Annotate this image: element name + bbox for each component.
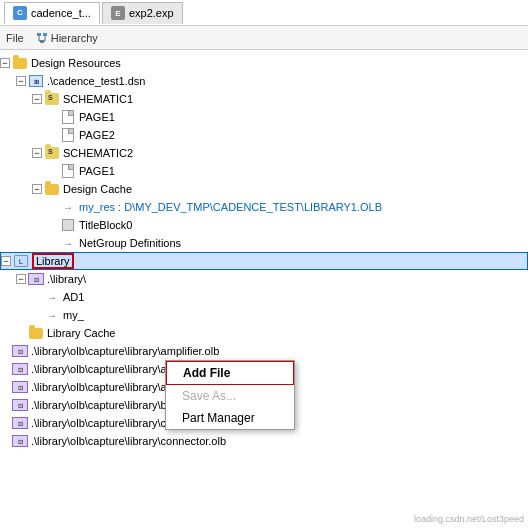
tree-node-library[interactable]: −LLibrary: [0, 252, 528, 270]
node-label-library-olb: .\library\: [47, 273, 86, 285]
tree-node-my_[interactable]: →my_: [0, 306, 528, 324]
olb-icon: ⊡: [28, 272, 44, 286]
exp2-tab-icon: E: [111, 6, 125, 20]
tree-node-page2-s1[interactable]: PAGE2: [0, 126, 528, 144]
svg-rect-0: [37, 33, 41, 36]
olb-icon: ⊡: [12, 398, 28, 412]
context-menu-item-add-file[interactable]: Add File: [166, 361, 294, 385]
tree-node-title-block0[interactable]: TitleBlock0: [0, 216, 528, 234]
schematic-icon: [44, 92, 60, 106]
arrow-icon: →: [44, 290, 60, 304]
node-label-title-block0: TitleBlock0: [79, 219, 132, 231]
arrow-icon: →: [60, 200, 76, 214]
olb-icon: ⊡: [12, 380, 28, 394]
tree-node-my-res[interactable]: →my_res : D\MY_DEV_TMP\CADENCE_TEST\LIBR…: [0, 198, 528, 216]
expand-btn-cadence-dsn[interactable]: −: [16, 76, 26, 86]
svg-rect-1: [43, 33, 47, 36]
node-label-page1-s2: PAGE1: [79, 165, 115, 177]
node-label-page2-s1: PAGE2: [79, 129, 115, 141]
toolbar-hierarchy-container[interactable]: Hierarchy: [36, 32, 98, 44]
tree-node-amplifier[interactable]: ⊡.\library\olb\capture\library\amplifier…: [0, 342, 528, 360]
context-menu: Add FileSave As...Part Manager: [165, 360, 295, 430]
arrow-icon: →: [60, 236, 76, 250]
node-label-cadence-dsn: .\cadence_test1.dsn: [47, 75, 145, 87]
page-icon: [60, 128, 76, 142]
context-menu-item-part-manager[interactable]: Part Manager: [166, 407, 294, 429]
node-label-netgroup: NetGroup Definitions: [79, 237, 181, 249]
node-label-design-cache: Design Cache: [63, 183, 132, 195]
exp2-tab-label: exp2.exp: [129, 7, 174, 19]
schematic-icon: [44, 146, 60, 160]
folder-icon: [28, 326, 44, 340]
tree-node-cadence-dsn[interactable]: −⊞.\cadence_test1.dsn: [0, 72, 528, 90]
expand-btn-schematic2[interactable]: −: [32, 148, 42, 158]
tree-node-schematic1[interactable]: −SCHEMATIC1: [0, 90, 528, 108]
tab-exp2[interactable]: E exp2.exp: [102, 2, 183, 24]
tree-node-page1-s1[interactable]: PAGE1: [0, 108, 528, 126]
toolbar-file[interactable]: File: [6, 32, 24, 44]
tree-node-connector[interactable]: ⊡.\library\olb\capture\library\connector…: [0, 432, 528, 450]
node-label-schematic1: SCHEMATIC1: [63, 93, 133, 105]
expand-btn-schematic1[interactable]: −: [32, 94, 42, 104]
node-label-page1-s1: PAGE1: [79, 111, 115, 123]
node-label-amplifier: .\library\olb\capture\library\amplifier.…: [31, 345, 219, 357]
page-icon: [60, 164, 76, 178]
tree-node-design-resources[interactable]: −Design Resources: [0, 54, 528, 72]
context-menu-item-save-as: Save As...: [166, 385, 294, 407]
expand-btn-library-olb[interactable]: −: [16, 274, 26, 284]
olb-icon: ⊡: [12, 416, 28, 430]
library-icon: L: [13, 254, 29, 268]
tree-node-page1-s2[interactable]: PAGE1: [0, 162, 528, 180]
olb-icon: ⊡: [12, 434, 28, 448]
dsn-icon: ⊞: [28, 74, 44, 88]
node-label-my_: my_: [63, 309, 84, 321]
node-label-connector: .\library\olb\capture\library\connector.…: [31, 435, 226, 447]
title-bar: C cadence_t... E exp2.exp: [0, 0, 528, 26]
page-icon: [60, 110, 76, 124]
watermark: loading.csdn.net/Lost3peed: [414, 514, 524, 524]
toolbar: File Hierarchy: [0, 26, 528, 50]
folder-icon: [12, 56, 28, 70]
expand-btn-library[interactable]: −: [1, 256, 11, 266]
tree-node-netgroup[interactable]: →NetGroup Definitions: [0, 234, 528, 252]
tree-node-design-cache[interactable]: −Design Cache: [0, 180, 528, 198]
main-content: −Design Resources−⊞.\cadence_test1.dsn−S…: [0, 50, 528, 528]
node-label-ad1: AD1: [63, 291, 84, 303]
node-label-schematic2: SCHEMATIC2: [63, 147, 133, 159]
tree-node-library-olb[interactable]: −⊡.\library\: [0, 270, 528, 288]
cadence-tab-label: cadence_t...: [31, 7, 91, 19]
expand-btn-design-cache[interactable]: −: [32, 184, 42, 194]
node-label-design-resources: Design Resources: [31, 57, 121, 69]
expand-btn-design-resources[interactable]: −: [0, 58, 10, 68]
folder-icon: [44, 182, 60, 196]
tree-node-ad1[interactable]: →AD1: [0, 288, 528, 306]
tree-node-lib-cache[interactable]: Library Cache: [0, 324, 528, 342]
olb-icon: ⊡: [12, 344, 28, 358]
tree-panel[interactable]: −Design Resources−⊞.\cadence_test1.dsn−S…: [0, 50, 528, 528]
olb-icon: ⊡: [12, 362, 28, 376]
hierarchy-icon: [36, 32, 48, 44]
tab-cadence[interactable]: C cadence_t...: [4, 2, 100, 24]
tree-node-schematic2[interactable]: −SCHEMATIC2: [0, 144, 528, 162]
cadence-tab-icon: C: [13, 6, 27, 20]
toolbar-hierarchy[interactable]: Hierarchy: [51, 32, 98, 44]
node-label-library: Library: [32, 253, 74, 269]
node-label-lib-cache: Library Cache: [47, 327, 115, 339]
block-icon: [60, 218, 76, 232]
arrow-icon: →: [44, 308, 60, 322]
node-label-my-res: my_res : D\MY_DEV_TMP\CADENCE_TEST\LIBRA…: [79, 201, 382, 213]
